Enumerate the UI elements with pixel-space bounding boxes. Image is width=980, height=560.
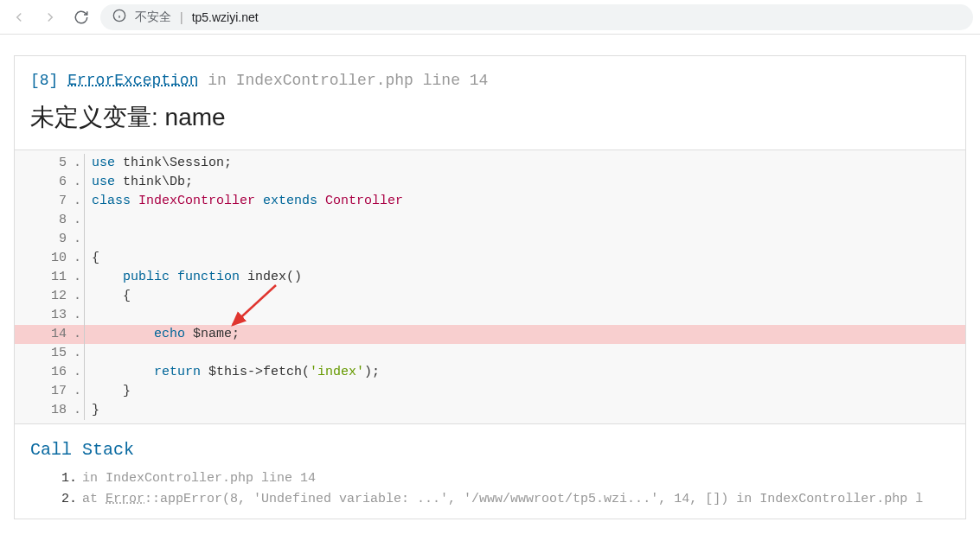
page-body: [8] ErrorException in IndexController.ph… [0,35,980,519]
code-content: return $this->fetch('index'); [92,363,380,382]
gutter-separator [84,211,85,230]
stack-row: 1.in IndexController.php line 14 [56,468,950,489]
error-in-word: in [208,72,227,89]
code-line: 10.{ [15,249,965,268]
stack-row: 2.at Error::appError(8, 'Undefined varia… [56,489,950,510]
code-content: echo $name; [92,325,240,344]
line-dot: . [74,154,84,173]
code-content: public function index() [92,268,302,287]
code-content: { [92,287,131,306]
line-number: 15 [15,344,74,363]
code-line: 12. { [15,287,965,306]
code-line: 9. [15,230,965,249]
error-line-word: line [423,72,460,89]
line-number: 9 [15,230,74,249]
gutter-separator [84,382,85,401]
line-dot: . [74,401,84,420]
code-line: 6.use think\Db; [15,173,965,192]
code-content: use think\Db; [92,173,193,192]
error-title: 未定义变量: name [15,96,965,150]
gutter-separator [84,401,85,420]
line-number: 6 [15,173,74,192]
line-dot: . [74,306,84,325]
gutter-separator [84,325,85,344]
security-label: 不安全 [135,10,171,25]
line-dot: . [74,344,84,363]
code-content: } [92,401,99,420]
line-number: 16 [15,363,74,382]
gutter-separator [84,249,85,268]
callstack-list: 1.in IndexController.php line 142.at Err… [15,468,965,519]
line-dot: . [74,363,84,382]
gutter-separator [84,306,85,325]
error-code: [8] [30,72,58,89]
code-content: use think\Session; [92,154,232,173]
code-line: 17. } [15,382,965,401]
line-dot: . [74,382,84,401]
gutter-separator [84,344,85,363]
error-file: IndexController.php [236,72,413,89]
gutter-separator [84,287,85,306]
stack-text: at Error::appError(8, 'Undefined variabl… [82,489,950,510]
code-line: 14. echo $name; [15,325,965,344]
line-number: 11 [15,268,74,287]
line-dot: . [74,325,84,344]
code-line: 18.} [15,401,965,420]
error-exception[interactable]: ErrorException [67,72,198,89]
gutter-separator [84,192,85,211]
code-line: 13. [15,306,965,325]
line-number: 8 [15,211,74,230]
error-line-no: 14 [470,72,489,89]
address-bar[interactable]: 不安全 | tp5.wziyi.net [100,4,973,30]
reload-button[interactable] [69,5,93,29]
code-line: 11. public function index() [15,268,965,287]
line-dot: . [74,287,84,306]
forward-button[interactable] [38,5,62,29]
line-number: 17 [15,382,74,401]
gutter-separator [84,173,85,192]
code-content: class IndexController extends Controller [92,192,403,211]
code-snippet: 5.use think\Session;6.use think\Db;7.cla… [15,150,965,424]
line-number: 14 [15,325,74,344]
line-number: 18 [15,401,74,420]
code-content: { [92,249,99,268]
line-number: 13 [15,306,74,325]
line-number: 12 [15,287,74,306]
line-number: 10 [15,249,74,268]
code-line: 5.use think\Session; [15,154,965,173]
error-card: [8] ErrorException in IndexController.ph… [14,55,966,519]
line-number: 5 [15,154,74,173]
browser-toolbar: 不安全 | tp5.wziyi.net [0,0,980,35]
stack-index: 2. [56,489,77,510]
callstack-title: Call Stack [15,424,965,468]
separator: | [180,10,183,24]
gutter-separator [84,363,85,382]
line-dot: . [74,268,84,287]
line-number: 7 [15,192,74,211]
line-dot: . [74,192,84,211]
line-dot: . [74,173,84,192]
stack-index: 1. [56,468,77,489]
info-icon [112,9,126,25]
gutter-separator [84,268,85,287]
line-dot: . [74,249,84,268]
code-content: } [92,382,131,401]
back-button[interactable] [7,5,31,29]
code-line: 16. return $this->fetch('index'); [15,363,965,382]
url-text: tp5.wziyi.net [192,10,259,24]
code-line: 7.class IndexController extends Controll… [15,192,965,211]
gutter-separator [84,154,85,173]
line-dot: . [74,230,84,249]
error-header: [8] ErrorException in IndexController.ph… [15,56,965,96]
code-line: 15. [15,344,965,363]
line-dot: . [74,211,84,230]
gutter-separator [84,230,85,249]
code-line: 8. [15,211,965,230]
stack-text: in IndexController.php line 14 [82,468,950,489]
